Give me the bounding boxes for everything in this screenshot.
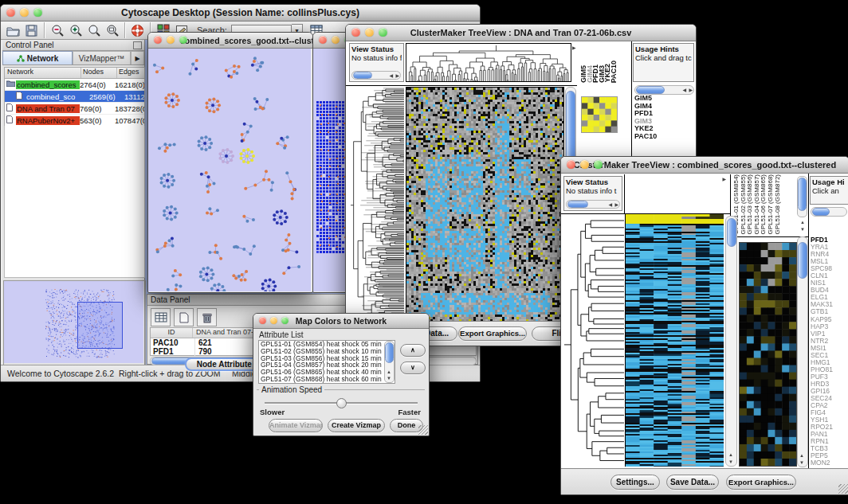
col-header-nodes[interactable]: Nodes (81, 68, 117, 78)
col-header-network[interactable]: Network (5, 68, 81, 78)
tv1-heatmap[interactable] (406, 87, 564, 322)
tv1-dendro-scroll-strip[interactable]: ▶ (571, 43, 578, 82)
birdseye-canvas[interactable] (4, 281, 143, 363)
attribute-item[interactable]: GPL51-07 (GSM868) heat shock 60 min (261, 376, 395, 383)
treeview1-title: ClusterMaker TreeView : DNA and Tran 07-… (346, 28, 696, 37)
minimize-button[interactable] (167, 36, 175, 44)
network-edges: 107847(0) (115, 116, 144, 125)
tv1-column-dendrogram[interactable] (406, 43, 571, 82)
main-titlebar[interactable]: Cytoscape Desktop (Session Name: collins… (1, 5, 480, 21)
tv2-save-data-button[interactable]: Save Data... (666, 475, 719, 490)
minimize-button[interactable] (365, 28, 374, 37)
zoom-button[interactable] (33, 8, 42, 17)
tv2-export-graphics-button[interactable]: Export Graphics... (726, 475, 796, 490)
close-button[interactable] (154, 36, 162, 44)
tv1-row-dendrogram[interactable] (349, 87, 404, 322)
tv1-gene-label[interactable]: PAC10 (634, 133, 690, 141)
network-view-titlebar[interactable]: combined_scores_good.txt--cluste... (148, 33, 312, 49)
slider-thumb[interactable] (336, 398, 347, 408)
network-nodes: 2764(0) (80, 80, 115, 89)
tv2-vscroll[interactable]: ▲ ▼ (725, 216, 737, 467)
file-icon (16, 92, 26, 102)
network-row[interactable]: DNA and Tran 07769(0)183728(0) (5, 103, 144, 115)
tv2-gene-vscroll[interactable]: ▲ ▼ (797, 236, 808, 467)
network-name: RNAPuberNov2+ (16, 116, 80, 125)
attribute-list-vscroll[interactable]: ▲ ▼ (384, 341, 395, 383)
animation-speed-label: Animation Speed (259, 385, 324, 394)
zoom-selected-icon[interactable] (84, 22, 103, 39)
data-id: PAC10 (151, 338, 195, 347)
tab-network[interactable]: Network (2, 51, 73, 64)
move-down-button[interactable]: ∨ (400, 361, 426, 374)
zoom-button[interactable] (179, 36, 187, 44)
tv1-column-label[interactable]: PAC10 (611, 61, 617, 83)
tv2-heatmap[interactable] (625, 214, 724, 467)
network-graph-canvas[interactable] (148, 49, 311, 291)
window-controls[interactable] (6, 8, 42, 17)
zoom-button[interactable] (594, 160, 603, 169)
tv2-gene-label[interactable]: MON2 (811, 459, 848, 467)
move-up-button[interactable]: ∧ (400, 344, 426, 357)
network-row[interactable]: combined_sco2569(6)13112(15) (5, 91, 144, 103)
tv2-settings-button[interactable]: Settings... (610, 475, 660, 490)
slower-label: Slower (260, 408, 285, 416)
create-vizmap-button[interactable]: Create Vizmap (328, 419, 385, 432)
close-button[interactable] (567, 160, 575, 169)
minimize-button[interactable] (270, 317, 277, 324)
network-name: combined_scores (16, 80, 80, 89)
tv1-export-graphics-button[interactable]: Export Graphics... (458, 326, 527, 341)
tab-vizmapper[interactable]: VizMapper™ (73, 51, 131, 64)
treeview2-titlebar[interactable]: ClusterMaker TreeView : combined_scores_… (561, 157, 848, 174)
help-lifering-icon[interactable] (128, 22, 147, 39)
zoom-button[interactable] (281, 317, 289, 324)
col-header-edges[interactable]: Edges (117, 68, 144, 78)
tv2-column-dendrogram[interactable]: ▶ (625, 174, 728, 213)
attribute-listbox[interactable]: GPL51-01 (GSM854) heat shock 05 minGPL51… (258, 340, 395, 384)
minimize-button[interactable] (332, 36, 340, 44)
tv2-column-label[interactable]: GPL51-08 (GSM872) (775, 174, 782, 235)
animation-speed-slider[interactable] (265, 399, 418, 407)
new-attribute-icon[interactable] (174, 308, 194, 326)
map-dialog-titlebar[interactable]: Map Colors to Network (253, 314, 429, 329)
map-colors-dialog: Map Colors to Network Attribute List GPL… (253, 313, 430, 436)
tv2-labels-vscroll[interactable] (797, 176, 807, 217)
minimize-button[interactable] (20, 8, 29, 17)
tv1-usage-hints-text: Click and drag tc (635, 53, 692, 62)
minimize-button[interactable] (580, 160, 589, 169)
network-row[interactable]: RNAPuberNov2+563(0)107847(0) (5, 115, 144, 127)
tv2-row-dendrogram[interactable] (563, 214, 624, 467)
resize-grip[interactable] (838, 484, 848, 494)
tv2-status-scrollbar[interactable]: ◀ ▶ (566, 200, 620, 209)
close-button[interactable] (319, 36, 327, 44)
tv1-view-status-text: No status info f (351, 53, 402, 62)
network-tab-icon (17, 55, 25, 62)
zoom-in-icon[interactable] (66, 22, 84, 39)
zoom-button[interactable] (379, 28, 387, 37)
network-row[interactable]: combined_scores2764(0)16218(0) (5, 79, 144, 91)
delete-attribute-icon[interactable] (197, 308, 217, 326)
tv1-mini-heatmap[interactable] (581, 96, 618, 133)
data-col-id[interactable]: ID (151, 328, 193, 338)
control-panel-title: Control Panel (6, 41, 54, 49)
save-icon[interactable] (22, 22, 41, 39)
tv1-status-scrollbar[interactable]: ◀ ▶ (351, 71, 401, 80)
tv2-hints-scrollbar[interactable] (811, 207, 847, 217)
treeview2-window: ClusterMaker TreeView : combined_scores_… (560, 156, 848, 495)
treeview1-titlebar[interactable]: ClusterMaker TreeView : DNA and Tran 07-… (346, 25, 696, 41)
tab-overflow-button[interactable]: ▶ (131, 51, 144, 64)
open-file-icon[interactable] (4, 22, 22, 39)
float-panel-icon[interactable] (133, 41, 142, 49)
attribute-select-icon[interactable] (151, 308, 171, 326)
zoom-out-icon[interactable] (48, 22, 66, 39)
close-button[interactable] (259, 317, 266, 324)
zoom-fit-icon[interactable] (103, 22, 121, 39)
file-icon (6, 115, 16, 126)
toolbar-separator (44, 22, 45, 38)
close-button[interactable] (6, 8, 15, 17)
close-button[interactable] (351, 28, 360, 37)
resize-grip[interactable] (418, 425, 428, 435)
tv1-column-labels: GIM5GIM4PFD1GIM3YKE2PAC10 (581, 43, 630, 83)
animate-vizmap-button[interactable]: Animate Vizmap (269, 419, 323, 432)
tv2-zoom-heatmap[interactable] (739, 242, 797, 467)
tv2-view-status: View Status No status info t ◀ ▶ (563, 176, 622, 211)
